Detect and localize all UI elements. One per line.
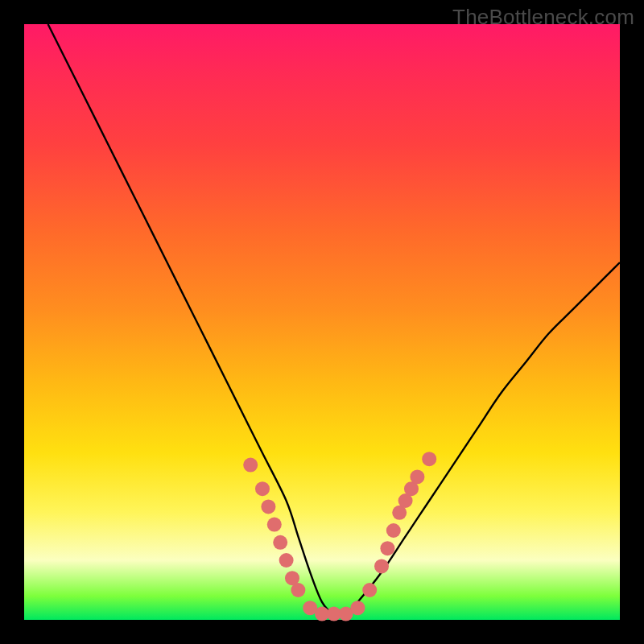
marker-dot (243, 458, 258, 473)
marker-dot (386, 523, 401, 538)
marker-dot (267, 518, 282, 532)
highlighted-points (243, 452, 436, 621)
plot-area (24, 24, 620, 620)
marker-dot (350, 601, 365, 615)
marker-dot (255, 481, 270, 496)
marker-dot (273, 535, 287, 550)
marker-dot (374, 559, 389, 573)
marker-dot (410, 469, 424, 484)
marker-dot (380, 541, 394, 555)
marker-dot (291, 583, 305, 597)
marker-dot (261, 499, 275, 514)
marker-dot (279, 553, 294, 568)
bottleneck-curve (48, 24, 620, 615)
marker-dot (422, 452, 436, 466)
chart-frame: TheBottleneck.com (0, 0, 644, 644)
marker-dot (362, 583, 377, 597)
curve-layer (24, 24, 620, 620)
